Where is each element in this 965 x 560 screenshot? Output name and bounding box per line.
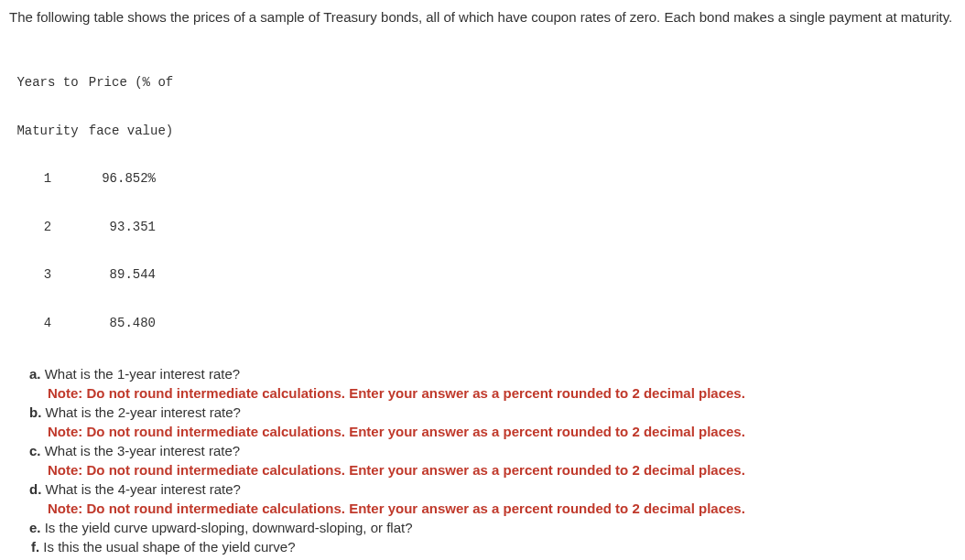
- table-row: 1 96.852%: [15, 171, 956, 188]
- question-c: c. What is the 3-year interest rate?: [29, 441, 956, 460]
- cell-year: 3: [15, 267, 81, 284]
- table-header-price-2: face value): [81, 124, 181, 140]
- q-letter: b.: [29, 404, 41, 420]
- bond-price-table: Years to Price (% of Maturity face value…: [15, 43, 956, 348]
- q-text: What is the 2-year interest rate?: [41, 404, 241, 420]
- q-text: What is the 1-year interest rate?: [41, 366, 241, 382]
- question-b: b. What is the 2-year interest rate?: [29, 403, 956, 422]
- q-text: Is the yield curve upward-sloping, downw…: [41, 520, 413, 535]
- question-e: e. Is the yield curve upward-sloping, do…: [29, 518, 956, 537]
- note-c: Note: Do not round intermediate calculat…: [29, 460, 956, 479]
- table-row: 3 89.544: [15, 267, 956, 284]
- q-letter: d.: [29, 481, 41, 497]
- q-letter: c.: [29, 443, 41, 458]
- question-list: a. What is the 1-year interest rate? Not…: [29, 364, 956, 556]
- question-f: f. Is this the usual shape of the yield …: [31, 537, 956, 556]
- q-text: What is the 4-year interest rate?: [41, 481, 241, 497]
- note-a: Note: Do not round intermediate calculat…: [29, 383, 956, 403]
- note-b: Note: Do not round intermediate calculat…: [29, 422, 956, 441]
- table-row: 2 93.351: [15, 220, 956, 236]
- q-text: What is the 3-year interest rate?: [41, 443, 241, 458]
- q-letter: f.: [31, 539, 39, 555]
- cell-price: 93.351: [81, 220, 181, 236]
- table-header-years-2: Maturity: [15, 124, 81, 140]
- question-d: d. What is the 4-year interest rate?: [29, 479, 956, 499]
- intro-text: The following table shows the prices of …: [9, 7, 956, 27]
- cell-year: 1: [15, 171, 81, 188]
- table-header-price-1: Price (% of: [81, 75, 181, 92]
- table-row: 4 85.480: [15, 316, 956, 332]
- table-header-years-1: Years to: [15, 75, 81, 92]
- cell-price: 85.480: [81, 316, 181, 332]
- q-letter: a.: [29, 366, 41, 382]
- cell-year: 4: [15, 316, 81, 332]
- cell-price: 89.544: [81, 267, 181, 284]
- q-letter: e.: [29, 520, 41, 535]
- cell-year: 2: [15, 220, 81, 236]
- q-text: Is this the usual shape of the yield cur…: [39, 539, 295, 555]
- note-d: Note: Do not round intermediate calculat…: [29, 499, 956, 518]
- cell-price: 96.852%: [81, 171, 181, 188]
- question-a: a. What is the 1-year interest rate?: [29, 364, 956, 383]
